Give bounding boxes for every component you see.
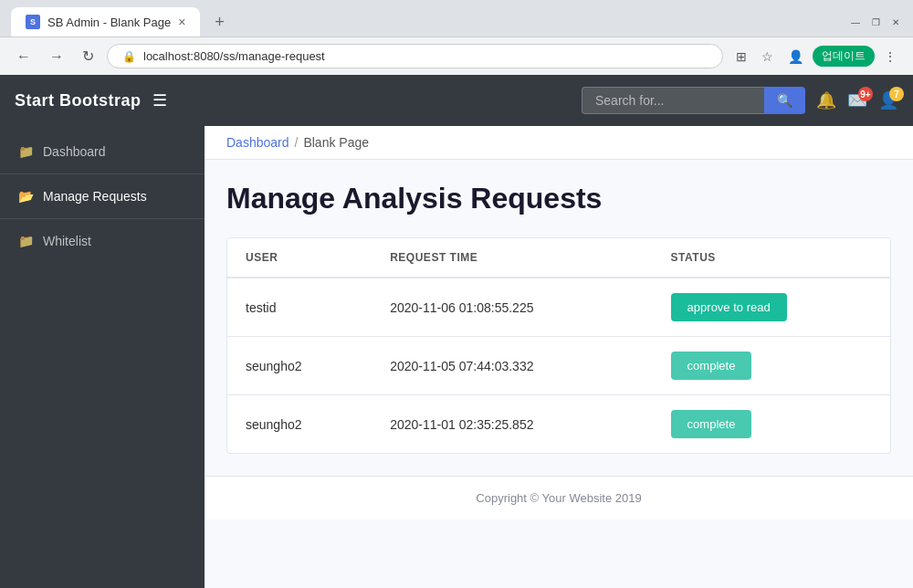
toolbar-actions: ⊞ ☆ 👤 업데이트 ⋮ xyxy=(730,46,902,68)
browser-tab[interactable]: S SB Admin - Blank Page × xyxy=(11,7,200,37)
requests-table: USER REQUEST TIME STATUS testid 2020-11-… xyxy=(227,238,890,453)
breadcrumb-separator: / xyxy=(295,135,299,150)
sidebar-item-label-whitelist: Whitelist xyxy=(43,234,91,248)
forward-button[interactable]: → xyxy=(44,45,69,68)
window-controls: — ❐ ✕ xyxy=(849,16,902,28)
col-user: USER xyxy=(227,238,372,278)
sidebar: 📁 Dashboard 📂 Manage Requests 📁 Whitelis… xyxy=(0,126,205,588)
complete-button-3[interactable]: complete xyxy=(671,410,752,438)
tab-close-btn[interactable]: × xyxy=(178,15,185,29)
topnav-container: Start Bootstrap ☰ 🔍 🔔 ✉️ 9+ 👤 7 xyxy=(0,75,913,126)
lock-icon: 🔒 xyxy=(122,50,136,63)
table-header-row: USER REQUEST TIME STATUS xyxy=(227,238,890,278)
table-row: seungho2 2020-11-05 07:44:03.332 complet… xyxy=(227,337,890,395)
cell-time-1: 2020-11-06 01:08:55.225 xyxy=(372,278,652,337)
cell-user-1: testid xyxy=(227,278,372,337)
table-row: testid 2020-11-06 01:08:55.225 approve t… xyxy=(227,278,890,337)
breadcrumb-current: Blank Page xyxy=(303,135,369,150)
brand-link[interactable]: Start Bootstrap xyxy=(15,91,142,110)
mail-badge: 9+ xyxy=(858,87,873,101)
cell-status-3: complete xyxy=(653,395,890,454)
profile-button[interactable]: 👤 xyxy=(782,46,809,68)
cell-time-3: 2020-11-01 02:35:25.852 xyxy=(372,395,652,454)
cell-user-3: seungho2 xyxy=(227,395,372,454)
sidebar-item-manage-requests[interactable]: 📂 Manage Requests xyxy=(0,178,205,215)
approve-button-1[interactable]: approve to read xyxy=(671,293,787,321)
back-button[interactable]: ← xyxy=(11,45,37,68)
user-badge: 7 xyxy=(889,87,904,101)
sidebar-divider-2 xyxy=(0,218,205,219)
below-topnav: 📁 Dashboard 📂 Manage Requests 📁 Whitelis… xyxy=(0,126,913,588)
sidebar-item-whitelist[interactable]: 📁 Whitelist xyxy=(0,223,205,259)
folder-icon-dashboard: 📁 xyxy=(18,144,34,159)
url-text: localhost:8080/ss/manage-request xyxy=(143,49,325,63)
col-status: STATUS xyxy=(653,238,890,278)
content-scroll: Dashboard / Blank Page Manage Analysis R… xyxy=(205,126,913,588)
close-button[interactable]: ✕ xyxy=(889,16,902,28)
col-request-time: REQUEST TIME xyxy=(372,238,652,278)
cell-status-2: complete xyxy=(653,337,890,395)
translate-button[interactable]: ⊞ xyxy=(730,46,752,68)
sidebar-divider-1 xyxy=(0,173,205,174)
tab-title: SB Admin - Blank Page xyxy=(47,16,171,29)
requests-table-container: USER REQUEST TIME STATUS testid 2020-11-… xyxy=(226,237,891,454)
cell-status-1: approve to read xyxy=(653,278,890,337)
topnav: Start Bootstrap ☰ 🔍 🔔 ✉️ 9+ 👤 7 xyxy=(0,75,913,126)
update-button[interactable]: 업데이트 xyxy=(813,46,875,67)
user-button[interactable]: 👤 7 xyxy=(878,90,898,110)
page-title: Manage Analysis Requests xyxy=(226,182,891,215)
more-button[interactable]: ⋮ xyxy=(878,46,902,68)
cell-user-2: seungho2 xyxy=(227,337,372,395)
search-input[interactable] xyxy=(582,87,764,114)
new-tab-button[interactable]: + xyxy=(207,9,232,36)
folder-icon-manage: 📂 xyxy=(18,189,34,204)
sidebar-toggle[interactable]: ☰ xyxy=(152,90,167,110)
folder-icon-whitelist: 📁 xyxy=(18,234,34,248)
mail-button[interactable]: ✉️ 9+ xyxy=(847,90,867,110)
minimize-button[interactable]: — xyxy=(849,16,862,28)
cell-time-2: 2020-11-05 07:44:03.332 xyxy=(372,337,652,395)
browser-toolbar: ← → ↻ 🔒 localhost:8080/ss/manage-request… xyxy=(0,37,913,75)
complete-button-2[interactable]: complete xyxy=(671,352,752,380)
refresh-button[interactable]: ↻ xyxy=(77,44,100,68)
sidebar-item-label-manage: Manage Requests xyxy=(43,189,147,204)
table-head: USER REQUEST TIME STATUS xyxy=(227,238,890,278)
browser-chrome: S SB Admin - Blank Page × + — ❐ ✕ ← → ↻ … xyxy=(0,0,913,75)
content-area: Dashboard / Blank Page Manage Analysis R… xyxy=(205,126,913,588)
browser-titlebar: S SB Admin - Blank Page × + — ❐ ✕ xyxy=(0,0,913,37)
bookmark-button[interactable]: ☆ xyxy=(756,46,779,68)
search-form: 🔍 xyxy=(582,87,805,114)
sidebar-item-label-dashboard: Dashboard xyxy=(43,144,106,159)
topnav-right: 🔍 🔔 ✉️ 9+ 👤 7 xyxy=(582,87,898,114)
page-content: Manage Analysis Requests USER REQUEST TI… xyxy=(205,160,913,476)
table-row: seungho2 2020-11-01 02:35:25.852 complet… xyxy=(227,395,890,454)
tab-favicon: S xyxy=(26,15,40,29)
address-bar[interactable]: 🔒 localhost:8080/ss/manage-request xyxy=(107,44,723,68)
app-wrapper: Start Bootstrap ☰ 🔍 🔔 ✉️ 9+ 👤 7 xyxy=(0,75,913,588)
bell-button[interactable]: 🔔 xyxy=(816,90,836,110)
breadcrumb-bar: Dashboard / Blank Page xyxy=(205,126,913,160)
sidebar-item-dashboard[interactable]: 📁 Dashboard xyxy=(0,133,205,170)
footer: Copyright © Your Website 2019 xyxy=(205,476,913,520)
table-body: testid 2020-11-06 01:08:55.225 approve t… xyxy=(227,278,890,453)
breadcrumb-home[interactable]: Dashboard xyxy=(226,135,289,150)
search-button[interactable]: 🔍 xyxy=(764,87,805,114)
restore-button[interactable]: ❐ xyxy=(869,16,882,28)
footer-text: Copyright © Your Website 2019 xyxy=(476,491,641,505)
